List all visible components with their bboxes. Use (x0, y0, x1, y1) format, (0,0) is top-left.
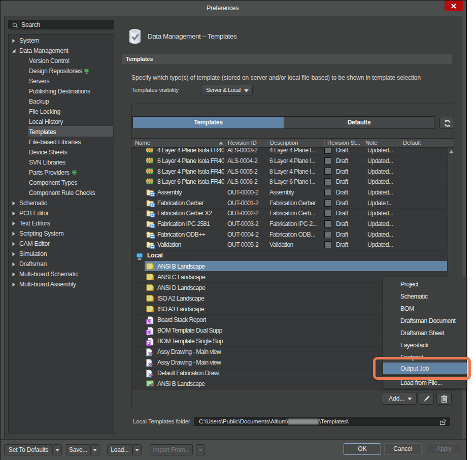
svg-text:B: B (147, 319, 150, 324)
svg-text:B: B (147, 330, 150, 335)
svg-text:B: B (147, 340, 150, 345)
